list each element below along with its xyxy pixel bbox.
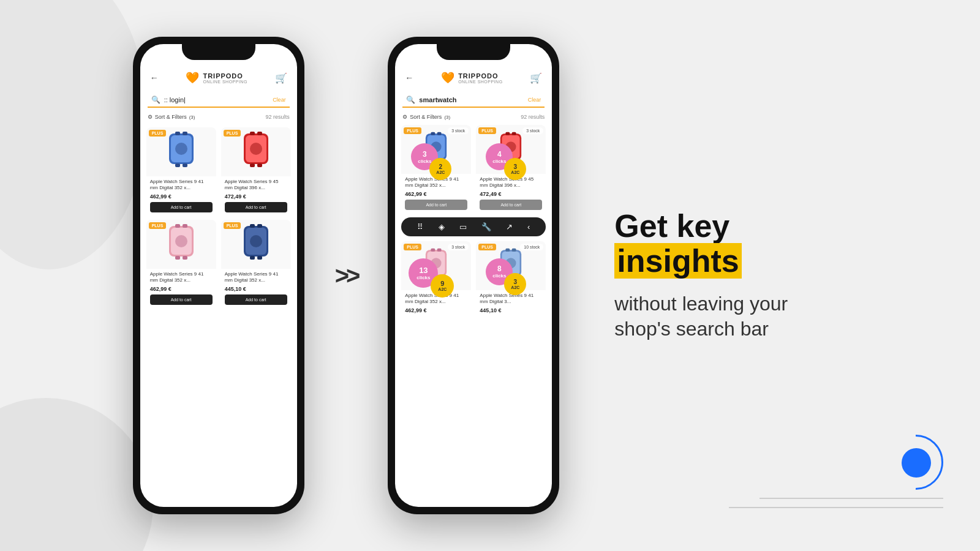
- toolbar-calendar-icon[interactable]: ▭: [459, 222, 467, 231]
- svg-rect-5: [183, 163, 187, 167]
- left-filter-count: (3): [189, 114, 195, 120]
- left-product-info-3: Apple Watch Series 9 41 mm Digital 352 x…: [146, 269, 216, 307]
- right-top-plus-2: PLUS: [478, 127, 496, 134]
- svg-rect-9: [250, 132, 255, 135]
- right-top-stock-1: 3 stock: [448, 127, 469, 134]
- left-add-to-cart-1[interactable]: Add to cart: [150, 202, 213, 212]
- left-phone: ← 🧡 TRIPPODO ONLINE SHOPPING 🛒 🔍 :: logi…: [133, 37, 304, 514]
- right-results-count: 92 results: [521, 114, 545, 120]
- right-bottom-stock-2: 10 stock: [520, 244, 543, 250]
- svg-rect-26: [257, 256, 262, 260]
- right-bottom-product-2-wrapper: PLUS 10 stock: [476, 241, 546, 318]
- svg-rect-10: [257, 132, 262, 135]
- left-search-bar[interactable]: 🔍 :: login| Clear: [148, 93, 290, 108]
- left-sort-label: Sort & Filters: [155, 114, 187, 120]
- svg-point-27: [250, 235, 262, 247]
- right-bottom-a2c-bubble-1: 9 A2C: [431, 274, 454, 298]
- svg-rect-30: [431, 132, 435, 135]
- line-decoration-1: [760, 498, 943, 499]
- left-product-info-4: Apple Watch Series 9 41 mm Digital 352 x…: [221, 269, 291, 307]
- insight-text-section: Get key insights without leaving yoursho…: [614, 209, 847, 342]
- left-logo-icon: 🧡: [186, 71, 199, 84]
- left-add-to-cart-2[interactable]: Add to cart: [225, 202, 287, 212]
- left-product-price-3: 462,99 €: [150, 286, 213, 292]
- right-top-info-1: Apple Watch Series 9 41 mm Digital 352 x…: [401, 174, 471, 212]
- svg-rect-16: [175, 224, 180, 228]
- right-app-logo: 🧡 TRIPPODO ONLINE SHOPPING: [441, 71, 502, 84]
- left-add-to-cart-3[interactable]: Add to cart: [150, 294, 213, 305]
- toolbar-dots-icon[interactable]: ⠿: [417, 222, 423, 231]
- right-top-products-section: PLUS 3 stock: [395, 125, 552, 212]
- right-top-stock-2: 3 stock: [522, 127, 543, 134]
- svg-point-20: [175, 235, 187, 247]
- right-filter-count: (3): [444, 114, 450, 120]
- left-add-to-cart-4[interactable]: Add to cart: [225, 294, 287, 305]
- left-cart-icon[interactable]: 🛒: [275, 72, 287, 84]
- svg-rect-4: [175, 163, 180, 167]
- left-logo-brand: TRIPPODO: [203, 72, 247, 80]
- svg-point-13: [250, 143, 262, 155]
- left-phone-content: ← 🧡 TRIPPODO ONLINE SHOPPING 🛒 🔍 :: logi…: [140, 44, 297, 507]
- right-top-add-cart-2[interactable]: Add to cart: [480, 200, 542, 210]
- right-filter-icon: ⚙: [402, 114, 407, 120]
- right-top-plus-1: PLUS: [404, 127, 421, 134]
- right-top-grid: PLUS 3 stock: [401, 125, 546, 212]
- svg-point-6: [175, 143, 187, 155]
- left-product-card-2[interactable]: PLUS: [221, 127, 291, 215]
- left-product-card-4[interactable]: PLUS: [221, 220, 291, 307]
- left-product-card-3[interactable]: PLUS: [146, 220, 216, 307]
- left-app-logo: 🧡 TRIPPODO ONLINE SHOPPING: [186, 71, 247, 84]
- left-logo-text: TRIPPODO ONLINE SHOPPING: [203, 72, 247, 84]
- toolbar-share-icon[interactable]: ↗: [506, 222, 513, 231]
- left-app-header: ← 🧡 TRIPPODO ONLINE SHOPPING 🛒: [140, 66, 297, 89]
- right-top-price-1: 462,99 €: [405, 191, 467, 197]
- svg-rect-36: [512, 132, 516, 135]
- right-logo-text: TRIPPODO ONLINE SHOPPING: [458, 72, 502, 84]
- left-product-card-1[interactable]: PLUS: [146, 127, 216, 215]
- left-phone-screen: ← 🧡 TRIPPODO ONLINE SHOPPING 🛒 🔍 :: logi…: [140, 44, 297, 507]
- left-sort-filters-left[interactable]: ⚙ Sort & Filters (3): [148, 114, 195, 120]
- heading-get-key: Get key: [614, 208, 729, 244]
- left-back-arrow[interactable]: ←: [150, 73, 159, 83]
- left-product-1: PLUS: [146, 127, 216, 215]
- left-clear-button[interactable]: Clear: [273, 97, 286, 103]
- right-bottom-products-section: PLUS 3 stock: [395, 241, 552, 318]
- svg-rect-45: [506, 248, 510, 251]
- svg-rect-25: [250, 256, 255, 260]
- right-top-product-1-wrapper: PLUS 3 stock: [401, 125, 471, 212]
- right-app-header: ← 🧡 TRIPPODO ONLINE SHOPPING 🛒: [395, 66, 552, 89]
- toolbar-settings-icon[interactable]: 🔧: [481, 222, 491, 231]
- right-search-icon: 🔍: [406, 96, 415, 104]
- toolbar-layers-icon[interactable]: ◈: [439, 222, 445, 231]
- insight-heading: Get key insights: [614, 209, 847, 279]
- right-search-bar[interactable]: 🔍 smartwatch Clear: [402, 93, 545, 108]
- left-results-count: 92 results: [266, 114, 290, 120]
- right-top-product-2-wrapper: PLUS 3 stock: [476, 125, 546, 212]
- right-sort-label: Sort & Filters: [410, 114, 442, 120]
- svg-rect-24: [257, 224, 262, 228]
- right-bottom-price-1: 462,99 €: [405, 307, 467, 313]
- right-phone-toolbar[interactable]: ⠿ ◈ ▭ 🔧 ↗ ‹: [401, 217, 546, 236]
- left-product-grid: PLUS: [140, 125, 297, 310]
- left-product-4: PLUS: [221, 220, 291, 307]
- arrow-symbol: >>: [335, 262, 358, 290]
- left-product-info-1: Apple Watch Series 9 41 mm Digital 352 x…: [146, 176, 216, 215]
- left-plus-badge-3: PLUS: [149, 222, 167, 229]
- left-plus-badge-2: PLUS: [224, 130, 241, 137]
- svg-rect-41: [437, 248, 442, 251]
- left-product-3: PLUS: [146, 220, 216, 307]
- toolbar-back-icon[interactable]: ‹: [527, 222, 530, 231]
- right-top-add-cart-1[interactable]: Add to cart: [405, 200, 467, 210]
- right-logo-sub: ONLINE SHOPPING: [458, 80, 502, 84]
- right-search-text: smartwatch: [419, 96, 524, 103]
- svg-rect-40: [431, 248, 435, 251]
- left-filter-icon: ⚙: [148, 114, 153, 120]
- right-clear-button[interactable]: Clear: [528, 97, 541, 103]
- right-bottom-plus-2: PLUS: [478, 244, 496, 250]
- right-sort-filters-left[interactable]: ⚙ Sort & Filters (3): [402, 114, 450, 120]
- left-sort-filters: ⚙ Sort & Filters (3) 92 results: [140, 111, 297, 122]
- right-bottom-product-1-wrapper: PLUS 3 stock: [401, 241, 471, 318]
- main-container: ← 🧡 TRIPPODO ONLINE SHOPPING 🛒 🔍 :: logi…: [0, 0, 980, 551]
- right-back-arrow[interactable]: ←: [405, 73, 413, 83]
- right-cart-icon[interactable]: 🛒: [530, 72, 542, 84]
